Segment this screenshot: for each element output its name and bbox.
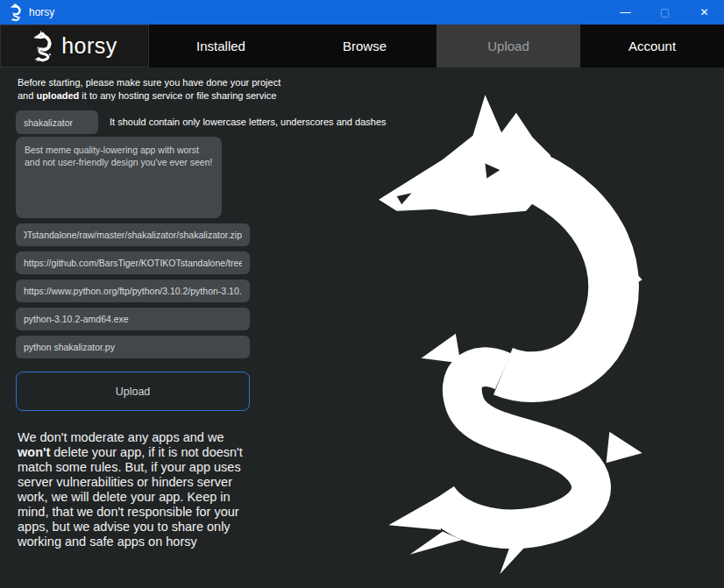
upload-page: Before starting, please make sure you ha… xyxy=(0,67,724,588)
tab-installed[interactable]: Installed xyxy=(149,25,293,67)
nav-bar: horsy Installed Browse Upload Account xyxy=(0,25,724,67)
app-window: horsy — ▢ ✕ horsy Installed Browse Uploa… xyxy=(0,0,724,588)
intro-note: Before starting, please make sure you ha… xyxy=(18,76,307,103)
tab-account[interactable]: Account xyxy=(580,25,724,67)
window-title: horsy xyxy=(29,6,54,18)
intro-line2-post: it to any hosting service or file sharin… xyxy=(79,90,276,101)
brand: horsy xyxy=(0,25,149,67)
horsy-logo-artwork xyxy=(349,85,657,576)
intro-line2-bold: uploaded xyxy=(36,90,79,101)
app-description-textarea[interactable]: Best meme quality-lowering app with wors… xyxy=(16,137,222,218)
run-command-input[interactable] xyxy=(16,336,250,358)
app-name-input[interactable] xyxy=(16,110,98,134)
titlebar: horsy — ▢ ✕ xyxy=(0,0,724,25)
maximize-button[interactable]: ▢ xyxy=(645,0,685,25)
horsy-logo-icon xyxy=(32,30,53,63)
app-name-hint: It should contain only lowercase letters… xyxy=(110,117,387,127)
moderation-disclaimer: We don't moderate any apps and we won't … xyxy=(18,430,259,549)
minimize-button[interactable]: — xyxy=(606,0,645,25)
horsy-logo-icon xyxy=(9,3,22,22)
disclaimer-pre: We don't moderate any apps and we xyxy=(18,430,224,444)
python-url-input[interactable] xyxy=(16,280,250,302)
intro-line1: Before starting, please make sure you ha… xyxy=(18,77,280,88)
brand-name: horsy xyxy=(61,33,117,59)
tab-upload[interactable]: Upload xyxy=(437,25,580,67)
intro-line2-pre: and xyxy=(18,90,36,101)
repo-url-input[interactable] xyxy=(16,251,250,274)
disclaimer-post: delete your app, if it is not doesn't ma… xyxy=(18,445,243,549)
tab-browse[interactable]: Browse xyxy=(293,25,437,67)
app-zip-url-input[interactable] xyxy=(16,223,250,246)
disclaimer-bold: won't xyxy=(18,445,50,459)
installer-name-input[interactable] xyxy=(16,308,250,330)
close-button[interactable]: ✕ xyxy=(685,0,724,25)
upload-button[interactable]: Upload xyxy=(16,372,250,411)
